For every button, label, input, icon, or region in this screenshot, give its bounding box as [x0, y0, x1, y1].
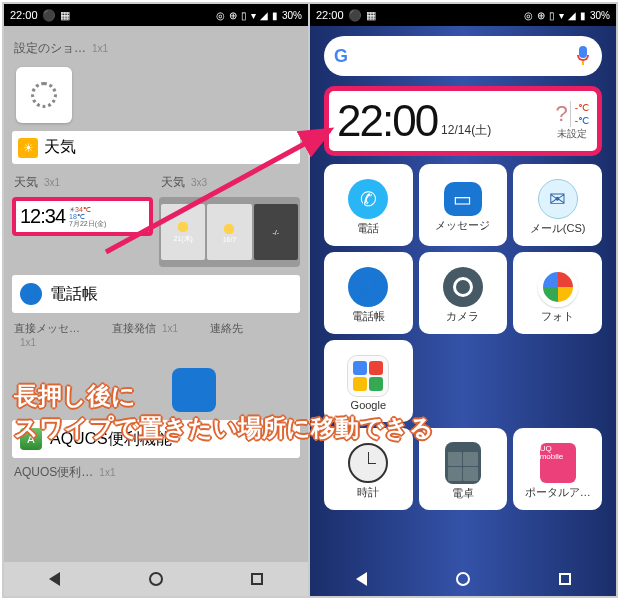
- folder-icon: [347, 355, 389, 397]
- google-logo: G: [334, 46, 348, 67]
- caption-line1: 長押し後に: [14, 380, 136, 411]
- nav-recent[interactable]: [552, 570, 578, 588]
- photos-icon: [538, 267, 578, 307]
- caption-line2: スワイプで置きたい場所に移動できる: [14, 412, 434, 443]
- app-contacts[interactable]: 👤電話帳: [324, 252, 413, 334]
- nav-back[interactable]: [42, 570, 68, 588]
- uq-icon: UQmobile: [540, 443, 576, 483]
- contact-tile[interactable]: [172, 368, 216, 412]
- nav-bar: [4, 562, 308, 596]
- widget-picker-screen: 22:00⚫▦ ◎⊕▯▾◢▮30% 設定のショ…1x1 ☀ 天気 天気3x1 1…: [4, 4, 310, 596]
- clock-icon: [348, 443, 388, 483]
- phone-icon: ✆: [348, 179, 388, 219]
- google-search-bar[interactable]: G: [324, 36, 602, 76]
- nav-recent[interactable]: [244, 570, 270, 588]
- mail-icon: ✉: [538, 179, 578, 219]
- app-phone[interactable]: ✆電話: [324, 164, 413, 246]
- status-battery: 30%: [282, 10, 302, 21]
- status-time: 22:00: [10, 9, 38, 21]
- nav-home[interactable]: [143, 570, 169, 588]
- gear-icon: [31, 82, 57, 108]
- weather-app-header[interactable]: ☀ 天気: [12, 131, 300, 164]
- folder-google[interactable]: Google: [324, 340, 413, 422]
- nav-bar: [310, 562, 616, 596]
- app-message[interactable]: ▭メッセージ: [419, 164, 508, 246]
- contacts-widget[interactable]: 連絡先: [208, 315, 300, 354]
- status-bar: 22:00⚫▦ ◎⊕▯▾◢▮30%: [310, 4, 616, 26]
- home-screen: 22:00⚫▦ ◎⊕▯▾◢▮30% G 22:00 12/14(土) ? -℃ …: [310, 4, 616, 596]
- message-icon: ▭: [444, 182, 482, 216]
- contacts-icon: 👤: [348, 267, 388, 307]
- question-icon: ?: [555, 101, 567, 127]
- clock-weather-widget[interactable]: 22:00 12/14(土) ? -℃ -℃ 未設定: [324, 86, 602, 156]
- nav-back[interactable]: [348, 570, 374, 588]
- contacts-app-header[interactable]: 👤 電話帳: [12, 275, 300, 313]
- settings-widget-label: 設定のショ…1x1: [12, 34, 300, 63]
- mic-icon[interactable]: [574, 46, 592, 66]
- settings-shortcut-widget[interactable]: [16, 67, 72, 123]
- direct-call-widget[interactable]: 直接発信1x1: [110, 315, 202, 354]
- app-photos[interactable]: フォト: [513, 252, 602, 334]
- app-mailcs[interactable]: ✉メール(CS): [513, 164, 602, 246]
- status-bar: 22:00⚫▦ ◎⊕▯▾◢▮30%: [4, 4, 308, 26]
- sun-icon: ☀: [18, 138, 38, 158]
- app-camera[interactable]: カメラ: [419, 252, 508, 334]
- weather-widget-3x3[interactable]: 21(木) 16/7 -/-: [159, 197, 300, 267]
- camera-icon: [443, 267, 483, 307]
- weather-widget-3x1[interactable]: 12:34 ☀34℃ 18℃ 7月22日(金): [12, 197, 153, 236]
- app-portal[interactable]: UQmobileポータルア…: [513, 428, 602, 510]
- direct-message-widget[interactable]: 直接メッセ…1x1: [12, 315, 104, 354]
- calc-icon: [445, 442, 481, 484]
- person-icon: 👤: [20, 283, 42, 305]
- nav-home[interactable]: [450, 570, 476, 588]
